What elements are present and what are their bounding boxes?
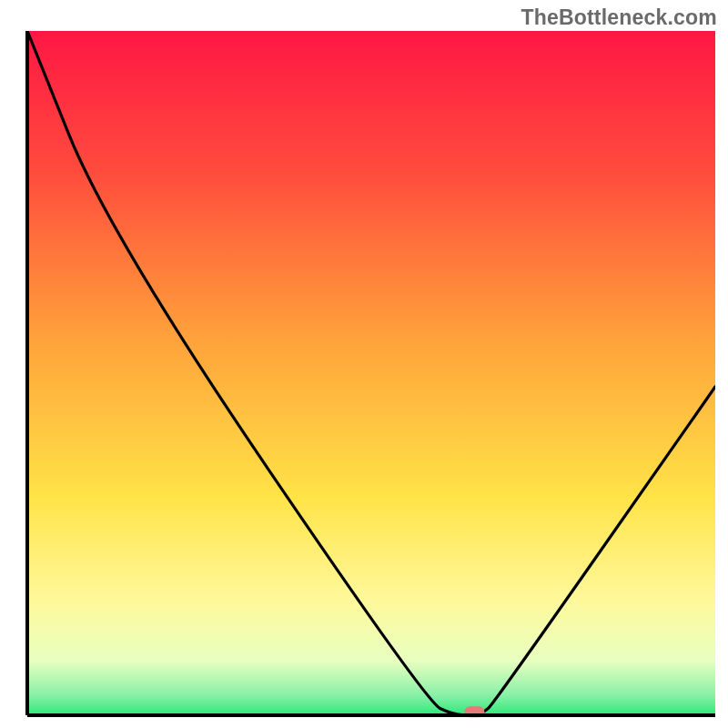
- watermark-text: TheBottleneck.com: [521, 5, 717, 30]
- bottleneck-chart: [0, 0, 728, 728]
- chart-container: TheBottleneck.com: [0, 0, 728, 728]
- plot-area: [27, 31, 715, 717]
- gradient-background: [27, 31, 715, 715]
